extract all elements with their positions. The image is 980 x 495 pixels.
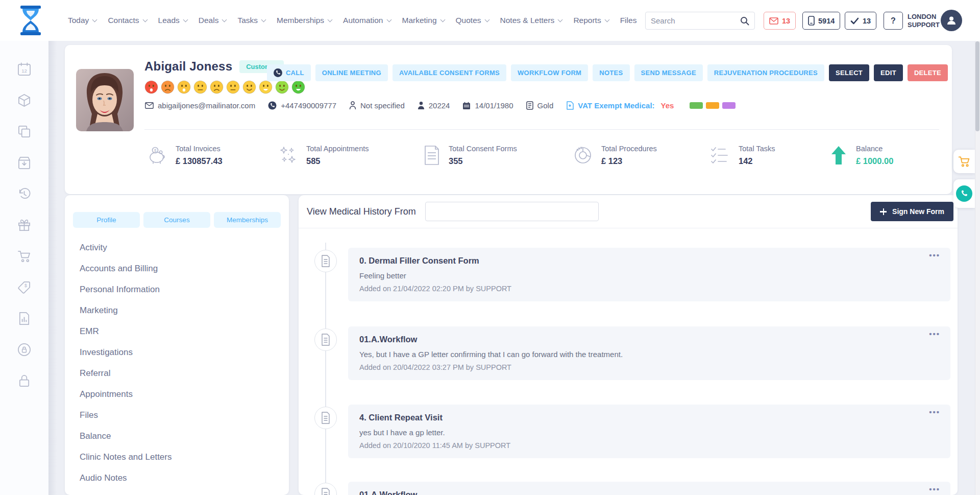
nav-today[interactable]: Today bbox=[68, 16, 96, 25]
privacy-lock-icon[interactable] bbox=[17, 343, 31, 357]
menu-audio-notes[interactable]: Audio Notes bbox=[80, 472, 289, 484]
nav-reports[interactable]: Reports bbox=[573, 16, 608, 25]
mood-emoji-10[interactable] bbox=[291, 80, 305, 94]
menu-referral[interactable]: Referral bbox=[80, 367, 289, 380]
menu-marketing[interactable]: Marketing bbox=[80, 304, 289, 317]
history-entry[interactable]: 01.A.Workflow bbox=[348, 482, 950, 495]
notes-button[interactable]: NOTES bbox=[593, 64, 629, 81]
stat-value: £ 123 bbox=[601, 156, 657, 166]
cart-icon[interactable] bbox=[17, 249, 31, 263]
history-icon[interactable] bbox=[17, 187, 31, 201]
menu-files[interactable]: Files bbox=[80, 409, 289, 421]
entry-note: Yes, but I have a GP letter confirming t… bbox=[359, 350, 939, 359]
order-box-icon[interactable] bbox=[17, 156, 31, 170]
stat-label: Total Invoices bbox=[176, 145, 223, 153]
stat-total-invoices: $ Total Invoices£ 130857.43 bbox=[147, 145, 223, 166]
mood-emoji-6[interactable] bbox=[226, 80, 240, 94]
stat-label: Total Tasks bbox=[739, 145, 775, 153]
calendar-icon[interactable]: 12 bbox=[17, 62, 31, 76]
nav-label: Reports bbox=[573, 16, 601, 25]
nav-contacts[interactable]: Contacts bbox=[108, 16, 146, 25]
report-doc-icon[interactable] bbox=[17, 312, 31, 325]
envelope-icon bbox=[769, 17, 778, 25]
stat-label: Total Appointments bbox=[306, 145, 369, 153]
menu-clinic-notes-letters[interactable]: Clinic Notes and Letters bbox=[80, 451, 289, 463]
more-options-icon[interactable] bbox=[929, 251, 940, 260]
floating-call-button[interactable] bbox=[953, 179, 975, 208]
label-chip-purple bbox=[722, 102, 736, 109]
svg-text:$: $ bbox=[24, 283, 27, 288]
content-edge-shadow bbox=[48, 41, 57, 495]
mood-emoji-7[interactable] bbox=[242, 80, 256, 94]
page-scrollbar-thumb[interactable] bbox=[975, 41, 979, 131]
nav-files[interactable]: Files bbox=[620, 16, 637, 25]
client-email[interactable]: abigailjones@mailinator.com bbox=[145, 101, 255, 110]
form-doc-icon bbox=[314, 328, 337, 351]
call-button[interactable]: CALL bbox=[267, 64, 311, 81]
history-entry[interactable]: 4. Client Repeat Visit yes but I have a … bbox=[348, 405, 950, 458]
nav-notes-letters[interactable]: Notes & Letters bbox=[500, 16, 562, 25]
nav-marketing[interactable]: Marketing bbox=[402, 16, 445, 25]
search-icon[interactable] bbox=[740, 16, 749, 26]
nav-memberships[interactable]: Memberships bbox=[277, 16, 332, 25]
nav-tasks[interactable]: Tasks bbox=[237, 16, 265, 25]
chevron-down-icon bbox=[222, 17, 227, 22]
menu-appointments[interactable]: Appointments bbox=[80, 388, 289, 400]
mail-count-badge[interactable]: 13 bbox=[764, 12, 796, 30]
edit-button[interactable]: EDIT bbox=[874, 64, 903, 81]
rejuvenation-procedures-button[interactable]: REJUVENATION PROCEDURES bbox=[707, 64, 824, 81]
available-consent-forms-button[interactable]: AVAILABLE CONSENT FORMS bbox=[393, 64, 506, 81]
nav-label: Contacts bbox=[108, 16, 139, 25]
tab-courses[interactable]: Courses bbox=[143, 212, 210, 228]
card-divider bbox=[144, 129, 939, 130]
client-phone[interactable]: +447490009777 bbox=[268, 101, 336, 110]
mood-emoji-2[interactable] bbox=[161, 80, 175, 94]
tab-profile[interactable]: Profile bbox=[73, 212, 140, 228]
stat-balance: Balance£ 1000.00 bbox=[829, 145, 893, 166]
tab-memberships[interactable]: Memberships bbox=[214, 212, 281, 228]
nav-leads[interactable]: Leads bbox=[158, 16, 187, 25]
hourglass-logo[interactable] bbox=[17, 6, 44, 35]
nav-quotes[interactable]: Quotes bbox=[456, 16, 489, 25]
menu-activity[interactable]: Activity bbox=[80, 242, 289, 254]
menu-personal-information[interactable]: Personal Information bbox=[80, 284, 289, 296]
chevron-down-icon bbox=[328, 17, 333, 22]
mood-emoji-4[interactable] bbox=[193, 80, 207, 94]
menu-accounts-billing[interactable]: Accounts and Billing bbox=[80, 263, 289, 275]
search-input[interactable] bbox=[651, 16, 740, 25]
sms-count-badge[interactable]: 5914 bbox=[802, 12, 840, 30]
user-avatar[interactable] bbox=[941, 10, 962, 31]
menu-investigations[interactable]: Investigations bbox=[80, 346, 289, 359]
mood-emoji-5[interactable] bbox=[210, 80, 224, 94]
more-options-icon[interactable] bbox=[929, 485, 940, 493]
padlock-icon[interactable] bbox=[17, 374, 31, 388]
person-icon bbox=[946, 15, 957, 26]
floating-cart-button[interactable] bbox=[953, 150, 975, 173]
history-entry[interactable]: 0. Dermal Filler Consent Form Feeling be… bbox=[348, 248, 950, 301]
send-message-button[interactable]: SEND MESSAGE bbox=[634, 64, 703, 81]
workflow-form-button[interactable]: WORKFLOW FORM bbox=[511, 64, 588, 81]
nav-automation[interactable]: Automation bbox=[343, 16, 390, 25]
package-icon[interactable] bbox=[17, 93, 31, 107]
medical-history-date-input[interactable] bbox=[425, 202, 599, 221]
menu-drinks[interactable]: Drinks bbox=[80, 493, 289, 495]
copy-icon[interactable] bbox=[17, 125, 31, 138]
nav-deals[interactable]: Deals bbox=[199, 16, 227, 25]
more-options-icon[interactable] bbox=[929, 329, 940, 338]
menu-balance[interactable]: Balance bbox=[80, 430, 289, 442]
task-count-badge[interactable]: 13 bbox=[845, 12, 876, 30]
online-meeting-button[interactable]: ONLINE MEETING bbox=[315, 64, 388, 81]
price-tag-icon[interactable]: $ bbox=[17, 280, 31, 294]
sign-new-form-button[interactable]: Sign New Form bbox=[871, 202, 953, 221]
help-button[interactable] bbox=[884, 12, 903, 30]
history-entry[interactable]: 01.A.Workflow Yes, but I have a GP lette… bbox=[348, 326, 950, 380]
menu-emr[interactable]: EMR bbox=[80, 325, 289, 338]
delete-button[interactable]: DELETE bbox=[908, 64, 948, 81]
mood-emoji-3[interactable] bbox=[177, 80, 191, 94]
mood-emoji-1[interactable] bbox=[144, 80, 158, 94]
mood-emoji-8[interactable] bbox=[259, 80, 273, 94]
select-button[interactable]: SELECT bbox=[829, 64, 869, 81]
gift-icon[interactable] bbox=[17, 218, 31, 232]
mood-emoji-9[interactable] bbox=[275, 80, 289, 94]
more-options-icon[interactable] bbox=[929, 408, 940, 416]
